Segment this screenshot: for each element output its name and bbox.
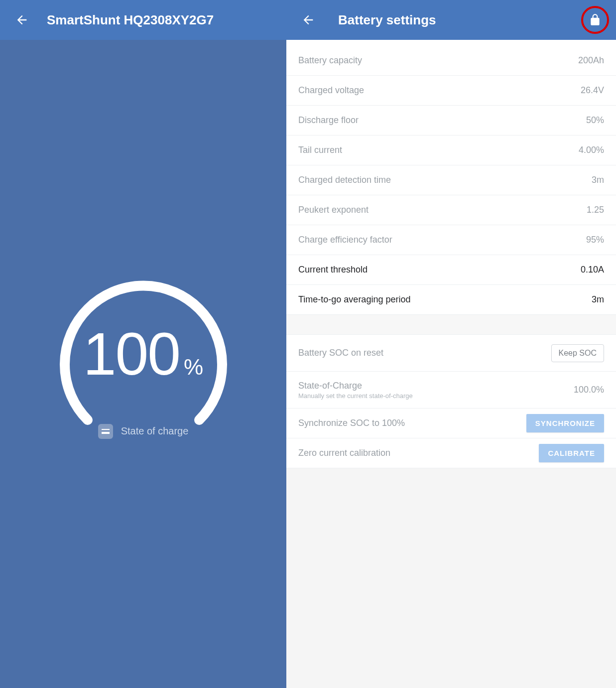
- row-zero-current-calibration: Zero current calibration CALIBRATE: [286, 438, 616, 468]
- charged-voltage-label: Charged voltage: [298, 85, 364, 96]
- section-gap: [286, 315, 616, 335]
- device-overview-panel: SmartShunt HQ2308XY2G7 100% State of cha…: [0, 0, 286, 688]
- charge-efficiency-factor-label: Charge efficiency factor: [298, 235, 392, 245]
- row-charged-voltage[interactable]: Charged voltage26.4V: [286, 76, 616, 106]
- row-current-threshold[interactable]: Current threshold0.10A: [286, 255, 616, 285]
- tail-current-value: 4.00%: [579, 145, 604, 155]
- charged-voltage-value: 26.4V: [581, 85, 604, 96]
- synchronize-button[interactable]: SYNCHRONIZE: [526, 414, 604, 432]
- state-of-charge-sub: Manually set the current state-of-charge: [298, 392, 413, 400]
- battery-capacity-label: Battery capacity: [298, 55, 362, 66]
- legend-chip-icon: [98, 424, 113, 439]
- filler: [286, 468, 616, 688]
- device-title: SmartShunt HQ2308XY2G7: [47, 12, 214, 28]
- current-threshold-label: Current threshold: [298, 265, 368, 275]
- discharge-floor-value: 50%: [586, 115, 604, 126]
- synchronize-soc-label: Synchronize SOC to 100%: [298, 418, 405, 428]
- charged-detection-time-label: Charged detection time: [298, 175, 391, 185]
- zero-current-calibration-label: Zero current calibration: [298, 448, 390, 458]
- time-to-go-averaging-period-label: Time-to-go averaging period: [298, 294, 410, 305]
- soc-value: 100: [83, 320, 180, 387]
- row-charge-efficiency-factor[interactable]: Charge efficiency factor95%: [286, 225, 616, 255]
- left-titlebar: SmartShunt HQ2308XY2G7: [0, 0, 286, 40]
- calibrate-button[interactable]: CALIBRATE: [539, 444, 604, 462]
- soc-readout: 100%: [44, 319, 243, 388]
- soc-legend: State of charge: [44, 424, 243, 439]
- tail-current-label: Tail current: [298, 145, 342, 155]
- gauge-area: 100% State of charge: [0, 40, 286, 688]
- state-of-charge-label: State-of-Charge Manually set the current…: [298, 381, 413, 400]
- row-time-to-go-averaging-period[interactable]: Time-to-go averaging period3m: [286, 285, 616, 315]
- peukert-exponent-value: 1.25: [587, 205, 604, 215]
- soc-gauge: 100% State of charge: [44, 265, 243, 464]
- charge-efficiency-factor-value: 95%: [586, 235, 604, 245]
- row-battery-soc-on-reset[interactable]: Battery SOC on reset Keep SOC: [286, 335, 616, 372]
- soc-legend-label: State of charge: [121, 425, 189, 437]
- peukert-exponent-label: Peukert exponent: [298, 205, 369, 215]
- row-battery-capacity[interactable]: Battery capacity200Ah: [286, 46, 616, 76]
- arrow-left-icon: [301, 13, 315, 27]
- row-state-of-charge[interactable]: State-of-Charge Manually set the current…: [286, 372, 616, 409]
- arrow-left-icon: [15, 13, 29, 27]
- charged-detection-time-value: 3m: [592, 175, 604, 185]
- battery-capacity-value: 200Ah: [578, 55, 604, 66]
- lock-button[interactable]: [581, 6, 609, 34]
- battery-soc-on-reset-label: Battery SOC on reset: [298, 348, 383, 358]
- battery-soc-on-reset-select[interactable]: Keep SOC: [551, 344, 604, 362]
- discharge-floor-label: Discharge floor: [298, 115, 359, 126]
- state-of-charge-value: 100.0%: [574, 385, 604, 395]
- time-to-go-averaging-period-value: 3m: [592, 294, 604, 305]
- battery-settings-panel: Battery settings Battery capacity200AhCh…: [286, 0, 616, 688]
- soc-unit: %: [184, 355, 203, 379]
- back-button-left[interactable]: [12, 10, 32, 30]
- back-button-right[interactable]: [298, 10, 318, 30]
- current-threshold-value: 0.10A: [581, 265, 604, 275]
- settings-title: Battery settings: [338, 12, 436, 28]
- row-synchronize-soc: Synchronize SOC to 100% SYNCHRONIZE: [286, 409, 616, 438]
- right-titlebar: Battery settings: [286, 0, 616, 40]
- lock-icon: [589, 13, 602, 26]
- settings-list-2: Battery SOC on reset Keep SOC State-of-C…: [286, 335, 616, 468]
- row-charged-detection-time[interactable]: Charged detection time3m: [286, 165, 616, 195]
- row-tail-current[interactable]: Tail current4.00%: [286, 136, 616, 165]
- row-peukert-exponent[interactable]: Peukert exponent1.25: [286, 195, 616, 225]
- settings-list: Battery capacity200AhCharged voltage26.4…: [286, 46, 616, 315]
- row-discharge-floor[interactable]: Discharge floor50%: [286, 106, 616, 136]
